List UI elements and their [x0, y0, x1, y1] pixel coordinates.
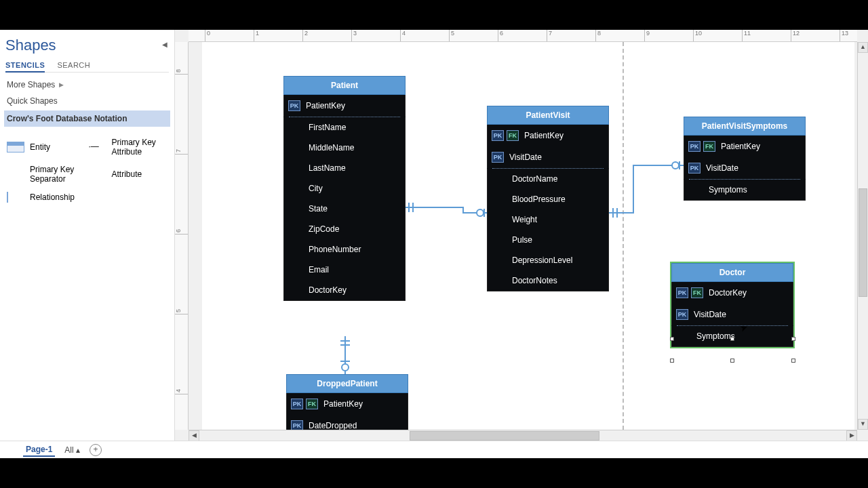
scroll-right-icon[interactable]: ▶	[846, 430, 857, 441]
more-shapes-link[interactable]: More Shapes ▶	[5, 77, 169, 93]
attribute-row[interactable]: PKVisitDate	[487, 146, 609, 168]
shape-pk-attribute[interactable]: ·—Primary Key Attribute	[87, 134, 170, 161]
selection-handle[interactable]	[670, 337, 674, 341]
selection-handle[interactable]	[791, 359, 795, 363]
attribute-name: VisitDate	[509, 152, 542, 162]
attribute-row[interactable]: PKVisitDate	[671, 304, 793, 325]
attribute-row[interactable]: PhoneNumber	[283, 239, 406, 260]
attribute-row[interactable]: PKFKPatientKey	[487, 125, 609, 146]
scroll-thumb-v[interactable]	[859, 188, 867, 297]
horizontal-ruler: 012345678910111213	[189, 30, 857, 42]
entity-patientvisitsymptoms[interactable]: PatientVisitSymptomsPKFKPatientKeyPKVisi…	[684, 117, 806, 201]
attribute-row[interactable]: PKVisitDate	[684, 157, 806, 179]
attribute-row[interactable]: DepressionLevel	[487, 250, 609, 270]
svg-point-6	[672, 162, 679, 169]
attribute-name: DoctorKey	[309, 285, 347, 295]
attribute-row[interactable]: DoctorNotes	[487, 270, 609, 291]
tab-stencils[interactable]: STENCILS	[5, 60, 45, 73]
attribute-row[interactable]: State	[283, 199, 406, 219]
attribute-row[interactable]: City	[283, 178, 406, 199]
attribute-name: LastName	[309, 163, 346, 173]
attribute-row[interactable]: PKFKPatientKey	[684, 136, 806, 157]
pk-badge: PK	[492, 152, 504, 163]
chevron-right-icon: ▶	[59, 81, 64, 88]
canvas[interactable]: 012345678910111213 87654 PatientPKPatien…	[175, 30, 868, 441]
selection-handle[interactable]	[730, 359, 734, 363]
stencil-section[interactable]: Crow's Foot Database Notation	[4, 110, 170, 127]
attribute-name: PatientKey	[524, 131, 564, 140]
attribute-row[interactable]: MiddleName	[283, 138, 406, 158]
attribute-name: FirstName	[309, 123, 346, 132]
scroll-down-icon[interactable]: ▼	[858, 419, 868, 430]
attribute-row[interactable]: Weight	[487, 209, 609, 230]
attribute-name: ZipCode	[309, 224, 339, 234]
pk-badge: PK	[688, 141, 701, 152]
attribute-row[interactable]: BloodPressure	[487, 189, 609, 209]
attribute-row[interactable]: Email	[283, 260, 406, 280]
entity-header[interactable]: Patient	[283, 76, 406, 95]
attribute-name: PatientKey	[323, 399, 363, 409]
attribute-name: PatientKey	[306, 101, 345, 110]
attribute-row[interactable]: PKFKPatientKey	[286, 393, 408, 415]
add-page-button[interactable]: +	[90, 444, 102, 456]
entity-header[interactable]: PatientVisitSymptoms	[684, 117, 806, 136]
attribute-row[interactable]: Pulse	[487, 230, 609, 250]
relationship-icon	[7, 192, 24, 203]
entity-patientvisit[interactable]: PatientVisitPKFKPatientKeyPKVisitDateDoc…	[487, 106, 609, 291]
attribute-name: Symptoms	[709, 185, 747, 195]
attribute-row[interactable]: PKFKDoctorKey	[671, 282, 793, 304]
attribute-name: DoctorName	[512, 174, 557, 184]
selection-handle[interactable]	[670, 359, 674, 363]
tab-search[interactable]: SEARCH	[57, 60, 90, 70]
entity-header[interactable]: Doctor	[671, 263, 793, 282]
shape-attribute[interactable]: Attribute	[87, 161, 170, 188]
scroll-left-icon[interactable]: ◀	[189, 430, 199, 441]
attribute-row[interactable]: PKPatientKey	[283, 95, 406, 117]
attribute-row[interactable]: Symptoms	[684, 180, 806, 201]
attribute-row[interactable]: LastName	[283, 158, 406, 178]
attribute-icon	[89, 169, 106, 180]
attribute-row[interactable]: PKDateDropped	[286, 415, 408, 430]
attribute-row[interactable]: FirstName	[283, 117, 406, 138]
attribute-name: DateDropped	[309, 421, 357, 430]
entity-patient[interactable]: PatientPKPatientKeyFirstNameMiddleNameLa…	[283, 76, 406, 301]
selection-handle[interactable]	[791, 337, 795, 341]
quick-shapes-link[interactable]: Quick Shapes	[5, 93, 169, 109]
shape-relationship[interactable]: Relationship	[5, 188, 87, 207]
collapse-panel-icon[interactable]: ◀	[162, 41, 167, 48]
attribute-name: PhoneNumber	[309, 245, 361, 254]
attribute-name: Weight	[512, 215, 537, 224]
attribute-name: City	[309, 184, 323, 193]
horizontal-scrollbar[interactable]: ◀ ▶	[189, 430, 857, 441]
selection-handle[interactable]	[730, 337, 734, 341]
attribute-name: Pulse	[512, 235, 532, 245]
all-pages-menu[interactable]: All ▴	[64, 445, 80, 455]
shape-pk-separator[interactable]: Primary Key Separator	[5, 161, 87, 188]
vertical-scrollbar[interactable]: ▲ ▼	[857, 42, 868, 430]
page-break-line	[623, 42, 624, 430]
attribute-name: MiddleName	[309, 143, 354, 152]
entity-header[interactable]: PatientVisit	[487, 106, 609, 125]
pk-badge: PK	[291, 420, 303, 430]
scroll-thumb-h[interactable]	[410, 431, 599, 441]
pk-badge: PK	[676, 287, 688, 298]
entity-header[interactable]: DroppedPatient	[286, 374, 408, 393]
attribute-row[interactable]: DoctorKey	[283, 280, 406, 301]
attribute-name: BloodPressure	[512, 195, 566, 204]
attribute-name: PatientKey	[721, 142, 760, 151]
pk-badge: PK	[291, 399, 303, 409]
drawing-page[interactable]: PatientPKPatientKeyFirstNameMiddleNameLa…	[202, 42, 854, 430]
pk-badge: PK	[688, 163, 701, 174]
attribute-row[interactable]: DoctorName	[487, 169, 609, 189]
attribute-name: State	[309, 204, 328, 214]
shape-entity[interactable]: Entity	[5, 134, 87, 161]
scroll-up-icon[interactable]: ▲	[858, 42, 868, 53]
entity-droppedpatient[interactable]: DroppedPatientPKFKPatientKeyPKDateDroppe…	[286, 374, 408, 430]
attribute-row[interactable]: ZipCode	[283, 219, 406, 239]
shapes-panel: Shapes ◀ STENCILS SEARCH More Shapes ▶ Q…	[0, 30, 175, 441]
page-tab-1[interactable]: Page-1	[23, 443, 55, 457]
attribute-name: DoctorNotes	[512, 276, 557, 285]
fk-badge: FK	[507, 130, 519, 141]
attribute-name: DoctorKey	[709, 288, 747, 298]
entity-doctor[interactable]: DoctorPKFKDoctorKeyPKVisitDateSymptoms	[671, 263, 793, 347]
